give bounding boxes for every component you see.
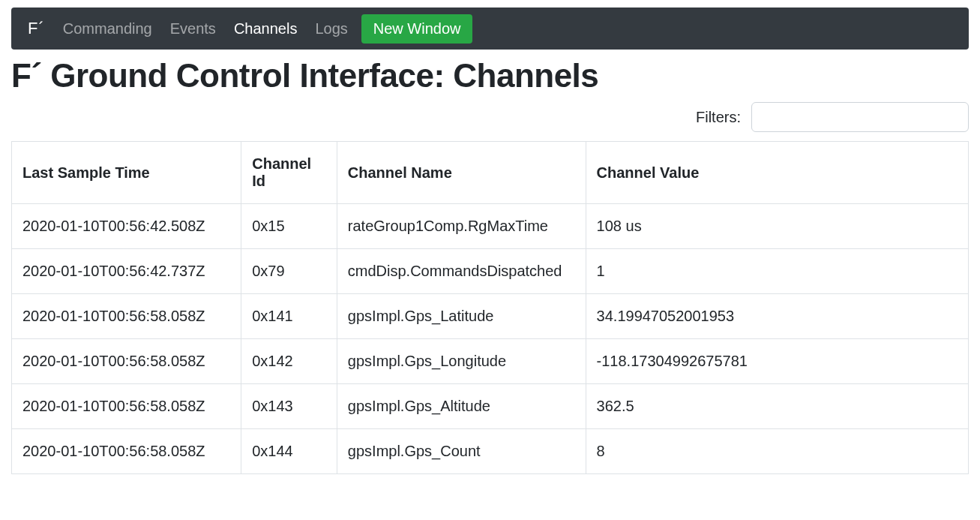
cell-name: cmdDisp.CommandsDispatched bbox=[337, 249, 586, 294]
cell-value: 362.5 bbox=[586, 384, 968, 429]
table-row: 2020-01-10T00:56:42.737Z 0x79 cmdDisp.Co… bbox=[12, 249, 969, 294]
cell-time: 2020-01-10T00:56:58.058Z bbox=[12, 339, 241, 384]
table-row: 2020-01-10T00:56:58.058Z 0x144 gpsImpl.G… bbox=[12, 429, 969, 474]
table-row: 2020-01-10T00:56:42.508Z 0x15 rateGroup1… bbox=[12, 204, 969, 249]
cell-value: 34.19947052001953 bbox=[586, 294, 968, 339]
cell-id: 0x143 bbox=[241, 384, 337, 429]
cell-name: gpsImpl.Gps_Altitude bbox=[337, 384, 586, 429]
nav-channels[interactable]: Channels bbox=[225, 14, 307, 44]
header-last-sample-time: Last Sample Time bbox=[12, 142, 241, 204]
cell-id: 0x142 bbox=[241, 339, 337, 384]
table-row: 2020-01-10T00:56:58.058Z 0x142 gpsImpl.G… bbox=[12, 339, 969, 384]
channels-table: Last Sample Time Channel Id Channel Name… bbox=[11, 141, 969, 474]
cell-id: 0x15 bbox=[241, 204, 337, 249]
navbar: F´ Commanding Events Channels Logs New W… bbox=[11, 8, 969, 50]
cell-id: 0x144 bbox=[241, 429, 337, 474]
header-channel-value: Channel Value bbox=[586, 142, 968, 204]
cell-id: 0x141 bbox=[241, 294, 337, 339]
cell-time: 2020-01-10T00:56:58.058Z bbox=[12, 294, 241, 339]
cell-name: rateGroup1Comp.RgMaxTime bbox=[337, 204, 586, 249]
table-header-row: Last Sample Time Channel Id Channel Name… bbox=[12, 142, 969, 204]
table-row: 2020-01-10T00:56:58.058Z 0x141 gpsImpl.G… bbox=[12, 294, 969, 339]
cell-time: 2020-01-10T00:56:58.058Z bbox=[12, 384, 241, 429]
nav-events[interactable]: Events bbox=[161, 14, 225, 44]
page-title: F´ Ground Control Interface: Channels bbox=[0, 50, 980, 98]
filters-input[interactable] bbox=[751, 102, 969, 132]
cell-time: 2020-01-10T00:56:42.737Z bbox=[12, 249, 241, 294]
cell-id: 0x79 bbox=[241, 249, 337, 294]
header-channel-id: Channel Id bbox=[241, 142, 337, 204]
cell-value: 1 bbox=[586, 249, 968, 294]
cell-name: gpsImpl.Gps_Count bbox=[337, 429, 586, 474]
cell-time: 2020-01-10T00:56:58.058Z bbox=[12, 429, 241, 474]
cell-time: 2020-01-10T00:56:42.508Z bbox=[12, 204, 241, 249]
filter-row: Filters: bbox=[0, 98, 980, 141]
brand-logo[interactable]: F´ bbox=[23, 19, 54, 38]
table-row: 2020-01-10T00:56:58.058Z 0x143 gpsImpl.G… bbox=[12, 384, 969, 429]
nav-logs[interactable]: Logs bbox=[306, 14, 356, 44]
cell-name: gpsImpl.Gps_Latitude bbox=[337, 294, 586, 339]
new-window-button[interactable]: New Window bbox=[361, 14, 473, 44]
nav-commanding[interactable]: Commanding bbox=[54, 14, 161, 44]
cell-value: -118.17304992675781 bbox=[586, 339, 968, 384]
cell-value: 108 us bbox=[586, 204, 968, 249]
cell-name: gpsImpl.Gps_Longitude bbox=[337, 339, 586, 384]
cell-value: 8 bbox=[586, 429, 968, 474]
header-channel-name: Channel Name bbox=[337, 142, 586, 204]
filters-label: Filters: bbox=[696, 109, 741, 126]
